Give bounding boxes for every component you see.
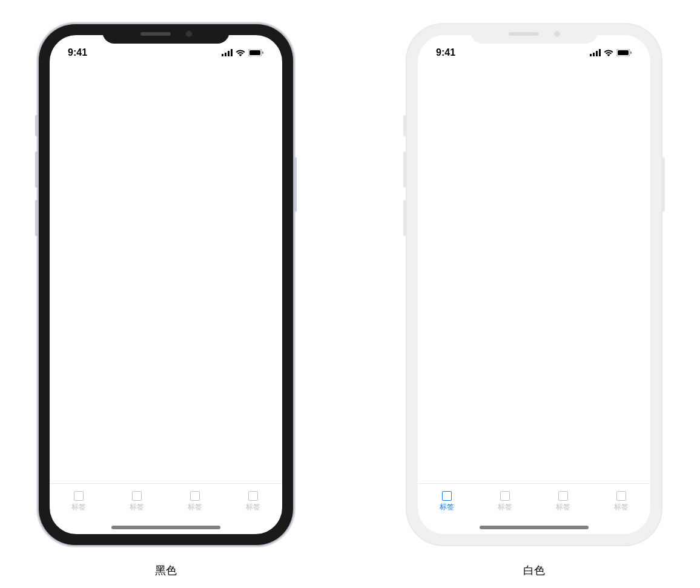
phone-caption-dark: 黑色 — [155, 563, 177, 578]
power-button[interactable] — [662, 157, 665, 212]
content-area — [50, 62, 282, 483]
tab-bar: 标签 标签 标签 标签 — [418, 483, 650, 520]
svg-rect-13 — [630, 51, 632, 54]
status-indicators — [590, 49, 632, 56]
tab-item-4[interactable]: 标签 — [592, 484, 650, 520]
volume-down-button[interactable] — [403, 200, 406, 236]
svg-rect-12 — [618, 50, 629, 55]
svg-rect-3 — [231, 49, 233, 56]
home-indicator[interactable] — [480, 526, 589, 529]
tab-label: 标签 — [556, 502, 570, 512]
power-button[interactable] — [294, 157, 297, 212]
status-time: 9:41 — [436, 47, 472, 58]
cellular-signal-icon — [222, 49, 233, 56]
svg-rect-2 — [228, 51, 229, 56]
volume-up-button[interactable] — [35, 151, 38, 188]
tab-item-1[interactable]: 标签 — [50, 484, 108, 520]
phone-frame-light: 9:41 — [407, 24, 661, 545]
svg-rect-7 — [590, 54, 592, 56]
tab-label: 标签 — [188, 502, 202, 512]
svg-rect-9 — [596, 51, 598, 56]
tab-placeholder-icon — [616, 491, 626, 501]
tab-placeholder-icon — [74, 491, 84, 501]
phone-caption-light: 白色 — [523, 563, 545, 578]
status-indicators — [222, 49, 264, 56]
svg-rect-1 — [225, 53, 226, 56]
home-indicator[interactable] — [111, 526, 220, 529]
tab-item-2[interactable]: 标签 — [108, 484, 166, 520]
wifi-icon — [236, 49, 245, 56]
tab-label: 标签 — [614, 502, 629, 512]
tab-item-3[interactable]: 标签 — [166, 484, 224, 520]
battery-icon — [248, 49, 264, 56]
svg-rect-10 — [599, 49, 601, 56]
cellular-signal-icon — [590, 49, 601, 56]
phone-mockup-container: 9:41 — [0, 0, 700, 588]
front-camera — [186, 31, 192, 37]
tab-item-2[interactable]: 标签 — [476, 484, 534, 520]
tab-item-4[interactable]: 标签 — [224, 484, 282, 520]
svg-rect-6 — [262, 51, 263, 54]
speaker — [509, 32, 539, 36]
tab-bar: 标签 标签 标签 标签 — [50, 483, 282, 520]
phone-frame-dark: 9:41 — [39, 24, 293, 545]
tab-label: 标签 — [246, 502, 260, 512]
mute-switch[interactable] — [35, 115, 38, 136]
volume-down-button[interactable] — [35, 200, 38, 236]
svg-rect-5 — [249, 50, 260, 55]
tab-placeholder-icon — [500, 491, 510, 501]
phone-screen: 9:41 — [418, 35, 650, 534]
tab-placeholder-icon — [442, 491, 452, 501]
svg-rect-8 — [593, 53, 595, 56]
notch — [471, 24, 598, 44]
content-area — [418, 62, 650, 483]
tab-placeholder-icon — [558, 491, 568, 501]
notch — [102, 24, 229, 44]
phone-wrapper-dark: 9:41 — [39, 24, 293, 578]
tab-label: 标签 — [498, 502, 512, 512]
tab-label: 标签 — [440, 502, 454, 512]
home-indicator-area — [418, 520, 650, 534]
volume-up-button[interactable] — [403, 151, 406, 188]
tab-placeholder-icon — [132, 491, 142, 501]
phone-wrapper-light: 9:41 — [407, 24, 661, 578]
phone-screen: 9:41 — [50, 35, 282, 534]
tab-label: 标签 — [130, 502, 144, 512]
tab-item-3[interactable]: 标签 — [534, 484, 592, 520]
speaker — [140, 32, 171, 36]
mute-switch[interactable] — [403, 115, 406, 136]
tab-placeholder-icon — [248, 491, 258, 501]
svg-rect-0 — [222, 54, 223, 56]
wifi-icon — [604, 49, 613, 56]
status-time: 9:41 — [68, 47, 104, 58]
battery-icon — [616, 49, 632, 56]
tab-item-1[interactable]: 标签 — [418, 484, 476, 520]
front-camera — [554, 31, 560, 37]
tab-label: 标签 — [71, 502, 86, 512]
tab-placeholder-icon — [190, 491, 200, 501]
home-indicator-area — [50, 520, 282, 534]
